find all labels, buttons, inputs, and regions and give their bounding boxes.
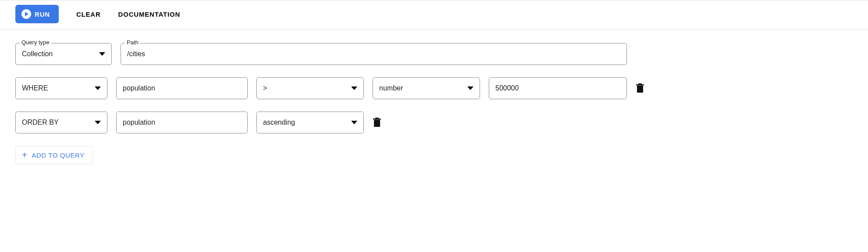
chevron-down-icon <box>95 86 101 90</box>
where-field-input-wrap <box>116 77 248 99</box>
delete-where-clause-button[interactable] <box>636 83 644 93</box>
svg-rect-1 <box>636 84 644 86</box>
svg-rect-2 <box>638 83 642 84</box>
plus-icon: + <box>22 151 27 159</box>
where-clause-row: WHERE > number <box>15 77 853 99</box>
svg-rect-4 <box>373 119 381 120</box>
path-field: Path <box>121 43 627 65</box>
clear-button[interactable]: CLEAR <box>76 11 101 18</box>
where-operator-value: > <box>263 84 267 92</box>
chevron-down-icon <box>99 52 105 56</box>
svg-rect-3 <box>374 120 380 127</box>
query-type-field: Query type Collection <box>15 43 112 65</box>
chevron-down-icon <box>95 121 101 124</box>
orderby-direction-select[interactable]: ascending <box>256 112 364 133</box>
documentation-link[interactable]: DOCUMENTATION <box>118 11 181 18</box>
where-value-input[interactable] <box>495 84 620 92</box>
where-operator-select[interactable]: > <box>256 77 364 99</box>
toolbar: RUN CLEAR DOCUMENTATION <box>0 0 868 30</box>
clause-type-select[interactable]: ORDER BY <box>15 112 107 133</box>
trash-icon <box>636 83 644 93</box>
orderby-field-input[interactable] <box>123 119 241 126</box>
add-to-query-label: ADD TO QUERY <box>32 151 85 159</box>
query-builder: Query type Collection Path WHERE > numbe… <box>0 30 868 177</box>
query-type-value: Collection <box>22 50 53 58</box>
query-type-label: Query type <box>20 39 51 46</box>
chevron-down-icon <box>467 86 473 90</box>
clause-type-value: WHERE <box>22 84 48 92</box>
where-value-input-wrap <box>489 77 627 99</box>
chevron-down-icon <box>351 121 357 124</box>
clause-type-select[interactable]: WHERE <box>15 77 107 99</box>
query-type-path-row: Query type Collection Path <box>15 43 853 65</box>
run-button-label: RUN <box>35 11 50 18</box>
orderby-direction-value: ascending <box>263 119 295 126</box>
path-input-wrap <box>121 43 627 65</box>
where-value-type-value: number <box>379 84 403 92</box>
run-button[interactable]: RUN <box>15 5 59 23</box>
path-input[interactable] <box>127 50 620 58</box>
delete-orderby-clause-button[interactable] <box>373 118 381 127</box>
trash-icon <box>373 118 381 127</box>
orderby-field-input-wrap <box>116 112 248 133</box>
add-to-query-button[interactable]: + ADD TO QUERY <box>15 146 93 164</box>
svg-rect-0 <box>637 86 643 93</box>
where-field-input[interactable] <box>123 84 241 92</box>
svg-rect-5 <box>375 118 379 119</box>
play-icon <box>21 9 31 19</box>
orderby-clause-row: ORDER BY ascending <box>15 112 853 133</box>
where-value-type-select[interactable]: number <box>373 77 480 99</box>
chevron-down-icon <box>351 86 357 90</box>
path-label: Path <box>125 39 140 46</box>
query-type-select[interactable]: Collection <box>15 43 112 65</box>
clause-type-value: ORDER BY <box>22 119 59 126</box>
